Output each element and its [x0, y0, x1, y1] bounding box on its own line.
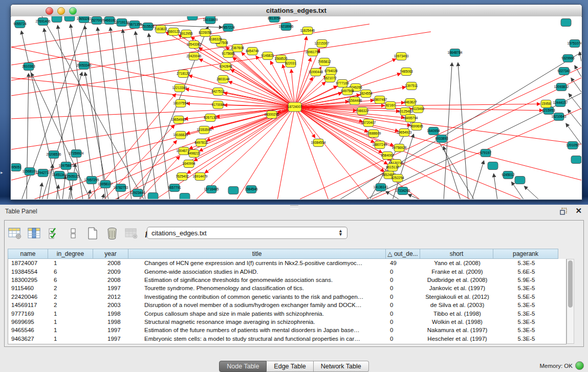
table-cell[interactable]: 18724007	[8, 259, 49, 267]
graph-node[interactable]: 16648784	[448, 49, 463, 57]
graph-node[interactable]: 19218986	[279, 23, 294, 31]
table-cell[interactable]: 5.3E-5	[494, 284, 559, 292]
table-row[interactable]: 1456911722003Disruption of a novel membe…	[8, 301, 566, 309]
graph-node[interactable]: 11990448	[309, 69, 323, 76]
graph-node[interactable]: 12093832	[554, 83, 569, 91]
table-cell[interactable]: 2008	[94, 276, 129, 284]
graph-node[interactable]: 10688609	[366, 130, 381, 138]
table-cell[interactable]: 5.3E-5	[494, 259, 559, 267]
column-header-title[interactable]: title	[128, 249, 386, 259]
graph-node[interactable]: 15716485	[204, 186, 219, 193]
table-cell[interactable]: 22420046	[8, 293, 49, 301]
graph-node[interactable]: 8454749	[246, 48, 259, 55]
select-all-icon[interactable]	[47, 226, 61, 240]
table-row[interactable]: 2242004622012Investigating the contribut…	[8, 293, 566, 301]
graph-node[interactable]: 9115460	[412, 105, 425, 113]
table-cell[interactable]: Genome-wide association studies in ADHD.	[129, 267, 386, 275]
graph-node[interactable]: 17359924	[69, 150, 84, 158]
graph-node[interactable]: 18495794	[403, 115, 418, 122]
table-settings-icon[interactable]	[8, 226, 22, 240]
graph-node[interactable]: 8933893	[435, 135, 448, 143]
table-cell[interactable]: 5.3E-5	[494, 335, 559, 343]
table-cell[interactable]: 1	[49, 326, 94, 334]
graph-node[interactable]: 6497568	[341, 87, 354, 95]
table-row[interactable]: 1830029562008Estimation of significance …	[8, 276, 566, 284]
graph-node[interactable]: 82160	[385, 102, 396, 110]
graph-node[interactable]: 1640954	[427, 127, 440, 135]
table-cell[interactable]: 2009	[94, 267, 129, 275]
delete-icon[interactable]	[105, 226, 119, 240]
table-cell[interactable]: Jankovic et al. (1997)	[421, 284, 494, 292]
graph-node[interactable]: 12444157	[553, 99, 568, 107]
table-cell[interactable]: 0	[386, 293, 421, 301]
table-cell[interactable]: Embryonic stem cells: a model to study s…	[129, 335, 386, 343]
graph-node[interactable]: 10975887	[59, 162, 74, 170]
graph-node[interactable]: 17957255	[84, 177, 99, 184]
graph-node[interactable]: 17334265	[396, 187, 410, 195]
graph-node[interactable]: 8660123	[167, 28, 180, 36]
graph-node[interactable]: 9170084	[211, 101, 225, 109]
graph-node[interactable]: 9245012	[502, 171, 515, 179]
vertical-scrollbar[interactable]	[567, 259, 574, 344]
graph-node[interactable]: 19654983	[171, 116, 186, 124]
graph-node[interactable]: 18107554	[173, 100, 188, 107]
table-cell[interactable]: 1997	[94, 284, 129, 292]
graph-node[interactable]	[64, 16, 75, 21]
table-cell[interactable]: 9699695	[8, 318, 49, 326]
table-cell[interactable]: 5.3E-5	[494, 301, 559, 309]
graph-node[interactable]	[515, 177, 525, 184]
table-cell[interactable]: 1	[49, 335, 94, 343]
table-cell[interactable]: 0	[386, 326, 421, 334]
graph-node[interactable]: 11825446	[300, 27, 315, 35]
table-cell[interactable]: 9777169	[8, 309, 49, 317]
table-row[interactable]: 911546021997Tourette syndrome. Phenomeno…	[8, 284, 566, 292]
table-cell[interactable]: 9115460	[8, 284, 49, 292]
table-cell[interactable]: 9463627	[8, 335, 49, 343]
graph-node[interactable]: 8813054	[268, 16, 281, 23]
graph-node[interactable]: 10543382	[187, 41, 202, 49]
new-column-icon[interactable]	[85, 226, 100, 240]
graph-node[interactable]: 18300295	[265, 111, 279, 119]
graph-node[interactable]: 16782753	[114, 184, 128, 192]
graph-node[interactable]	[228, 187, 238, 194]
graph-node[interactable]: 10653287	[77, 16, 92, 23]
table-cell[interactable]: Hescheler et al. (1997)	[421, 335, 494, 343]
delete-table-icon[interactable]	[124, 226, 139, 240]
column-header-pagerank[interactable]: pagerank	[493, 249, 558, 259]
deselect-all-icon[interactable]	[66, 226, 80, 240]
graph-node[interactable]: 22420046	[187, 53, 202, 60]
table-cell[interactable]: Structural magnetic resonance image aver…	[129, 318, 386, 326]
table-cell[interactable]: Yano et al. (2008)	[421, 259, 494, 267]
graph-node[interactable]: 21564486	[347, 97, 362, 105]
table-cell[interactable]: 9465546	[8, 326, 49, 334]
table-cell[interactable]: 2	[49, 301, 94, 309]
table-cell[interactable]: 6	[49, 267, 94, 275]
column-header-short[interactable]: short	[420, 249, 493, 259]
table-cell[interactable]: 2	[49, 284, 94, 292]
graph-node[interactable]: 679197	[480, 149, 491, 157]
graph-node[interactable]: 16914479	[193, 173, 208, 181]
graph-node[interactable]: 2803144	[216, 76, 230, 83]
table-row[interactable]: 1938455462009Genome-wide association stu…	[8, 267, 566, 275]
table-cell[interactable]: 1998	[94, 309, 129, 317]
west-panel-handle[interactable]: ▸	[1, 170, 3, 175]
table-cell[interactable]: 6	[49, 276, 94, 284]
table-cell[interactable]: de Silva et al. (2003)	[421, 301, 494, 309]
table-selector-dropdown[interactable]: citations_edges.txt ▲▼	[147, 227, 347, 239]
graph-node[interactable]	[571, 156, 581, 164]
table-cell[interactable]: 1	[49, 259, 94, 267]
graph-node[interactable]: 1201050	[566, 142, 579, 149]
graph-node[interactable]: 19654923	[397, 129, 412, 137]
table-cell[interactable]: Stergiakouli et al. (2012)	[421, 293, 494, 301]
graph-hub-node[interactable]: 18724007	[288, 102, 302, 112]
table-cell[interactable]: 0	[386, 276, 421, 284]
graph-node[interactable]: 16671355	[127, 21, 142, 29]
table-cell[interactable]: 5.6E-5	[494, 267, 559, 275]
graph-node[interactable]: 7986322	[356, 107, 369, 115]
graph-node[interactable]: 9498222	[187, 150, 201, 158]
table-cell[interactable]: Nakamura et al. (1997)	[421, 326, 494, 334]
table-cell[interactable]: 0	[386, 309, 421, 317]
graph-node[interactable]: 7485063	[400, 68, 413, 76]
column-header-in_degree[interactable]: in_degree	[48, 249, 93, 259]
table-cell[interactable]: Franke et al. (2009)	[421, 267, 494, 275]
